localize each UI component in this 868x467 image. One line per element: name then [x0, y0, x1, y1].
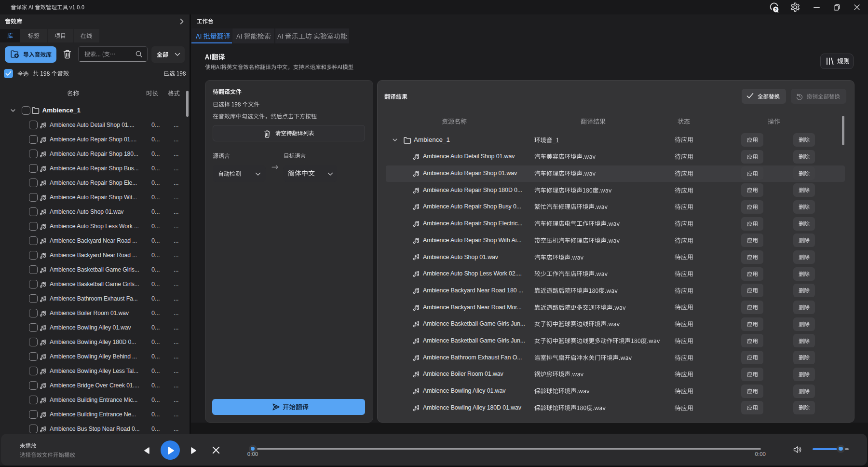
svg-text:?: ? [774, 7, 777, 12]
